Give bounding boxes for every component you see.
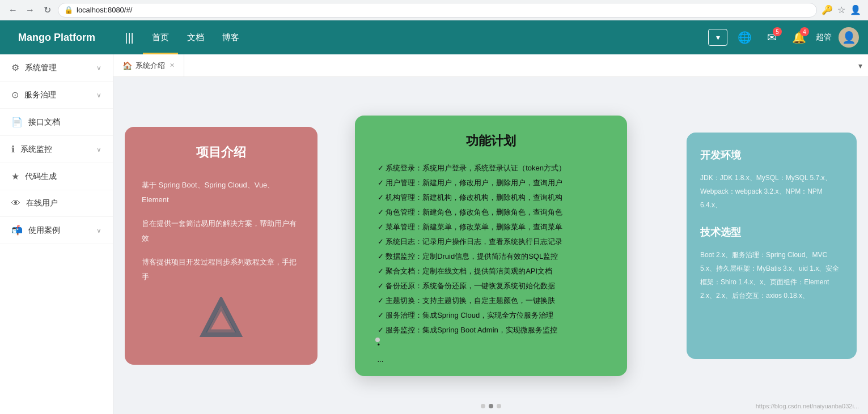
username: 超管 <box>816 32 832 42</box>
card-dev: 开发环境 JDK：JDK 1.8.x、MySQL：MySQL 5.7.x、Web… <box>687 133 857 359</box>
star-icon: ★ <box>11 171 19 182</box>
card-features: 功能计划 系统登录：系统用户登录，系统登录认证（token方式） 用户管理：新建… <box>355 116 627 376</box>
features-card-title: 功能计划 <box>375 133 607 150</box>
content-area: ⚙ 系统管理 ∨ ⊙ 服务治理 ∨ 📄 接口文档 ℹ 系统监控 ∨ ★ 代码生成 <box>0 54 868 414</box>
bell-button[interactable]: 🔔 4 <box>789 27 809 48</box>
project-desc-1: 基于 Spring Boot、Spring Cloud、Vue、Element <box>142 178 300 207</box>
feature-item-more: ... <box>375 338 380 342</box>
feature-item-5: 系统日志：记录用户操作日志，查看系统执行日志记录 <box>375 234 607 249</box>
url-text: localhost:8080/#/ <box>77 6 132 14</box>
eye-icon: 👁 <box>11 198 20 208</box>
sidebar-item-online-users[interactable]: 👁 在线用户 <box>0 190 113 217</box>
tech-stack-desc: Boot 2.x、服务治理：Spring Cloud、MVC 5.x、持久层框架… <box>700 248 843 302</box>
avatar[interactable]: 👤 <box>839 27 859 48</box>
feature-item-10: 服务治理：集成Spring Cloud，实现全方位服务治理 <box>375 308 607 323</box>
feature-item-11: 服务监控：集成Spring Boot Admin，实现微服务监控 <box>375 323 607 338</box>
logo: Mango Platform <box>0 20 113 54</box>
feature-list: 系统登录：系统用户登录，系统登录认证（token方式） 用户管理：新建用户，修改… <box>375 161 607 342</box>
forward-button[interactable]: → <box>24 4 36 16</box>
home-icon: 🏠 <box>122 61 132 70</box>
main-panel: 🏠 系统介绍 ✕ ▾ 项目介绍 基于 Spring Boot、Spring Cl… <box>113 54 868 414</box>
dev-env-title: 开发环境 <box>700 148 843 162</box>
profile-icon[interactable]: 👤 <box>850 5 861 15</box>
carousel-dots <box>481 404 501 408</box>
address-bar[interactable]: 🔒 localhost:8080/#/ <box>58 3 817 18</box>
sidebar-item-code-gen[interactable]: ★ 代码生成 <box>0 163 113 190</box>
footer-link[interactable]: https://blog.csdn.net/naiyuanba032i... <box>756 403 859 409</box>
dropdown-button[interactable]: ▾ <box>708 29 727 46</box>
navbar: Mango Platform ||| 首页 文档 博客 ▾ 🌐 ✉ 5 🔔 <box>0 20 868 54</box>
feature-item-6: 数据监控：定制Druid信息，提供简洁有效的SQL监控 <box>375 249 607 264</box>
dot-1[interactable] <box>481 404 485 408</box>
feature-item-1: 用户管理：新建用户，修改用户，删除用户，查询用户 <box>375 176 607 190</box>
chevron-down-icon-2: ∨ <box>96 91 101 99</box>
secure-icon: 🔒 <box>64 6 73 14</box>
nav-right: ▾ 🌐 ✉ 5 🔔 4 超管 👤 <box>708 27 868 48</box>
feature-item-3: 角色管理：新建角色，修改角色，删除角色，查询角色 <box>375 205 607 220</box>
doc-icon: 📄 <box>11 117 23 127</box>
cards-container: 项目介绍 基于 Spring Boot、Spring Cloud、Vue、Ele… <box>125 88 857 403</box>
page-content: 项目介绍 基于 Spring Boot、Spring Cloud、Vue、Ele… <box>113 77 868 414</box>
menu-toggle[interactable]: ||| <box>118 31 141 44</box>
refresh-button[interactable]: ↻ <box>41 4 53 16</box>
dot-2[interactable] <box>489 404 493 408</box>
browser-icons: 🔑 ☆ 👤 <box>822 5 861 15</box>
feature-item-4: 菜单管理：新建菜单，修改菜单，删除菜单，查询菜单 <box>375 220 607 234</box>
feature-item-9: 主题切换：支持主题切换，自定主题颜色，一键换肤 <box>375 293 607 308</box>
project-desc-3: 博客提供项目开发过程同步系列教程文章，手把手 <box>142 255 300 284</box>
chevron-down-icon: ∨ <box>96 64 101 72</box>
sidebar-item-system-management[interactable]: ⚙ 系统管理 ∨ <box>0 54 113 82</box>
dev-env-desc: JDK：JDK 1.8.x、MySQL：MySQL 5.7.x、Webpack：… <box>700 171 843 212</box>
mail-icon: 📬 <box>11 225 23 236</box>
tech-stack-title: 技术选型 <box>700 225 843 239</box>
gear-icon: ⚙ <box>11 62 19 73</box>
translate-button[interactable]: 🌐 <box>734 27 755 48</box>
sidebar-item-service-governance[interactable]: ⊙ 服务治理 ∨ <box>0 82 113 109</box>
browser-bar: ← → ↻ 🔒 localhost:8080/#/ 🔑 ☆ 👤 <box>0 0 868 20</box>
nav-link-home[interactable]: 首页 <box>143 20 178 54</box>
message-button[interactable]: ✉ 5 <box>761 27 782 48</box>
sidebar-item-cases[interactable]: 📬 使用案例 ∨ <box>0 217 113 244</box>
bookmark-icon[interactable]: ☆ <box>837 5 845 15</box>
feature-item-2: 机构管理：新建机构，修改机构，删除机构，查询机构 <box>375 190 607 205</box>
extension-icon[interactable]: 🔑 <box>822 5 833 15</box>
vue-logo <box>196 297 247 342</box>
back-button[interactable]: ← <box>7 4 19 16</box>
nav-link-blog[interactable]: 博客 <box>213 20 248 54</box>
message-badge: 5 <box>773 27 782 36</box>
app: Mango Platform ||| 首页 文档 博客 ▾ 🌐 ✉ 5 🔔 <box>0 20 868 414</box>
sidebar: ⚙ 系统管理 ∨ ⊙ 服务治理 ∨ 📄 接口文档 ℹ 系统监控 ∨ ★ 代码生成 <box>0 54 113 414</box>
service-icon: ⊙ <box>11 89 19 100</box>
feature-item-8: 备份还原：系统备份还原，一键恢复系统初始化数据 <box>375 279 607 293</box>
nav-link-docs[interactable]: 文档 <box>178 20 213 54</box>
tab-intro[interactable]: 🏠 系统介绍 ✕ <box>113 54 184 76</box>
chevron-down-icon-3: ∨ <box>96 146 101 153</box>
info-icon: ℹ <box>11 144 15 155</box>
dot-3[interactable] <box>497 404 501 408</box>
sidebar-item-system-monitor[interactable]: ℹ 系统监控 ∨ <box>0 136 113 163</box>
project-card-title: 项目介绍 <box>196 144 246 161</box>
nav-links: 首页 文档 博客 <box>143 20 248 54</box>
sidebar-item-api-docs[interactable]: 📄 接口文档 <box>0 109 113 136</box>
bell-badge: 4 <box>800 27 809 36</box>
project-desc-2: 旨在提供一套简洁易用的解决方案，帮助用户有效 <box>142 216 300 246</box>
chevron-down-icon-4: ∨ <box>96 227 101 234</box>
feature-item-0: 系统登录：系统用户登录，系统登录认证（token方式） <box>375 161 607 176</box>
tab-bar: 🏠 系统介绍 ✕ ▾ <box>113 54 868 77</box>
tab-more-button[interactable]: ▾ <box>853 54 868 76</box>
card-project: 项目介绍 基于 Spring Boot、Spring Cloud、Vue、Ele… <box>125 127 317 365</box>
feature-item-7: 聚合文档：定制在线文档，提供简洁美观的API文档 <box>375 264 607 279</box>
tab-close-button[interactable]: ✕ <box>170 62 175 69</box>
